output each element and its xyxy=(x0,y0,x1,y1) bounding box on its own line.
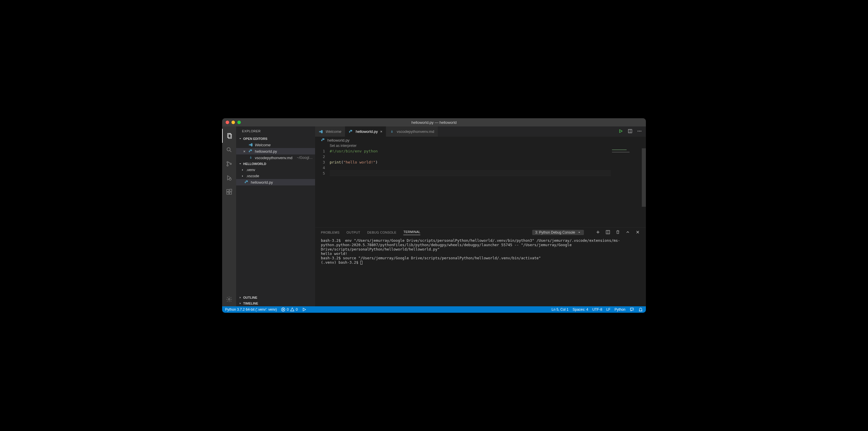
line-gutter: 12345 xyxy=(315,148,330,228)
source-control-icon[interactable] xyxy=(222,157,236,171)
svg-rect-14 xyxy=(229,192,231,194)
codelens-set-interpreter[interactable]: Set as interpreter xyxy=(315,144,646,148)
run-file-icon[interactable] xyxy=(618,129,623,134)
settings-gear-icon[interactable] xyxy=(222,292,236,306)
maximize-window-button[interactable] xyxy=(237,121,241,124)
open-editor-label: helloworld.py xyxy=(255,149,313,154)
code-editor[interactable]: 12345 #!/usr/bin/env python print("hello… xyxy=(315,148,646,228)
terminal-text: bash-3.2$ env "/Users/jemurray/Google Dr… xyxy=(321,238,620,265)
breadcrumb-file: helloworld.py xyxy=(327,138,349,142)
chevron-down-icon xyxy=(239,162,242,166)
chevron-right-icon xyxy=(241,174,244,178)
tree-folder-venv[interactable]: .venv xyxy=(236,167,315,173)
open-editor-vscodepythonvenv[interactable]: × vscodepythonvenv.md ~/Googl… xyxy=(236,155,315,161)
status-feedback-icon[interactable] xyxy=(629,307,634,312)
open-editors-header[interactable]: OPEN EDITORS xyxy=(236,136,315,142)
sidebar-title: EXPLORER xyxy=(236,127,315,136)
chevron-right-icon xyxy=(239,296,242,299)
chevron-right-icon xyxy=(239,302,242,305)
status-python-interpreter[interactable]: Python 3.7.2 64-bit ('.venv': venv) xyxy=(225,307,277,311)
svg-point-16 xyxy=(228,298,230,300)
svg-marker-32 xyxy=(303,308,306,311)
status-run-icon[interactable] xyxy=(302,307,307,312)
terminal-selector-label: 3: Python Debug Console xyxy=(535,230,575,234)
folder-header-label: HELLOWORLD xyxy=(243,162,266,166)
status-eol[interactable]: LF xyxy=(607,307,611,311)
status-bar: Python 3.7.2 64-bit ('.venv': venv) 0 0 … xyxy=(222,306,646,313)
window-controls xyxy=(222,121,241,124)
status-language[interactable]: Python xyxy=(615,307,625,311)
titlebar: helloworld.py — helloworld xyxy=(222,118,646,127)
tree-file-helloworld[interactable]: helloworld.py xyxy=(236,179,315,186)
split-editor-icon[interactable] xyxy=(628,129,632,134)
outline-header[interactable]: OUTLINE xyxy=(236,295,315,300)
panel-tab-terminal[interactable]: TERMINAL xyxy=(403,230,420,235)
activity-bar xyxy=(222,127,236,306)
tab-welcome[interactable]: Welcome xyxy=(315,127,345,137)
minimize-window-button[interactable] xyxy=(231,121,235,124)
editor-scrollbar[interactable] xyxy=(642,148,646,207)
warning-icon xyxy=(290,307,294,312)
current-line-highlight xyxy=(330,170,611,176)
minimap[interactable] xyxy=(612,150,641,153)
maximize-panel-icon[interactable] xyxy=(625,230,630,235)
status-encoding[interactable]: UTF-8 xyxy=(592,307,602,311)
status-cursor-position[interactable]: Ln 5, Col 1 xyxy=(552,307,568,311)
close-panel-icon[interactable] xyxy=(636,230,640,235)
vscode-icon xyxy=(318,129,323,134)
chevron-right-icon xyxy=(241,168,244,172)
editor-area: Welcome helloworld.py × vscodepythonvenv… xyxy=(315,127,646,306)
explorer-icon[interactable] xyxy=(222,129,236,143)
svg-point-4 xyxy=(227,162,228,163)
folder-header[interactable]: HELLOWORLD xyxy=(236,161,315,167)
tab-label: Welcome xyxy=(326,129,341,134)
panel-tab-debug-console[interactable]: DEBUG CONSOLE xyxy=(367,231,397,234)
panel-tab-problems[interactable]: PROBLEMS xyxy=(321,231,340,234)
svg-point-5 xyxy=(227,165,228,166)
kill-terminal-icon[interactable] xyxy=(616,230,620,235)
error-icon xyxy=(281,307,285,312)
svg-point-6 xyxy=(230,163,231,165)
panel-tab-output[interactable]: OUTPUT xyxy=(347,231,360,234)
new-terminal-icon[interactable] xyxy=(596,230,600,235)
vscode-icon xyxy=(248,142,253,147)
breadcrumb[interactable]: helloworld.py xyxy=(315,137,646,144)
terminal-selector[interactable]: 3: Python Debug Console xyxy=(532,230,584,235)
svg-point-2 xyxy=(227,148,230,151)
run-debug-icon[interactable] xyxy=(222,171,236,185)
extensions-icon[interactable] xyxy=(222,185,236,199)
open-editor-path: ~/Googl… xyxy=(297,156,313,160)
panel-actions xyxy=(596,230,640,235)
tree-item-label: helloworld.py xyxy=(251,180,313,185)
sidebar: EXPLORER OPEN EDITORS × Welcome × hellow… xyxy=(236,127,315,306)
svg-rect-12 xyxy=(227,190,229,192)
status-problems[interactable]: 0 0 xyxy=(281,307,298,312)
chevron-down-icon xyxy=(239,137,242,140)
close-icon[interactable]: × xyxy=(380,129,382,134)
open-editor-helloworld[interactable]: × helloworld.py xyxy=(236,148,315,155)
python-file-icon xyxy=(321,138,326,142)
tab-vscodepythonvenv[interactable]: vscodepythonvenv.md xyxy=(386,127,438,137)
svg-rect-15 xyxy=(230,189,232,191)
tab-label: vscodepythonvenv.md xyxy=(397,129,434,134)
svg-point-22 xyxy=(641,131,642,132)
status-notifications-icon[interactable] xyxy=(638,307,643,312)
close-window-button[interactable] xyxy=(226,121,229,124)
more-actions-icon[interactable] xyxy=(637,129,642,134)
svg-rect-13 xyxy=(227,192,229,194)
search-icon[interactable] xyxy=(222,143,236,157)
code-content[interactable]: #!/usr/bin/env python print("hello world… xyxy=(330,148,646,228)
timeline-header[interactable]: TIMELINE xyxy=(236,300,315,306)
tree-item-label: .vscode xyxy=(246,174,313,178)
python-file-icon xyxy=(244,180,249,185)
bottom-panel: PROBLEMS OUTPUT DEBUG CONSOLE TERMINAL 3… xyxy=(315,228,646,306)
panel-tabs: PROBLEMS OUTPUT DEBUG CONSOLE TERMINAL 3… xyxy=(315,228,646,237)
tree-folder-vscode[interactable]: .vscode xyxy=(236,173,315,179)
terminal-output[interactable]: bash-3.2$ env "/Users/jemurray/Google Dr… xyxy=(315,237,646,306)
split-terminal-icon[interactable] xyxy=(606,230,610,235)
open-editor-welcome[interactable]: × Welcome xyxy=(236,142,315,148)
close-icon[interactable]: × xyxy=(242,149,247,154)
tab-helloworld[interactable]: helloworld.py × xyxy=(345,127,386,137)
outline-label: OUTLINE xyxy=(243,296,257,299)
status-indentation[interactable]: Spaces: 4 xyxy=(572,307,588,311)
